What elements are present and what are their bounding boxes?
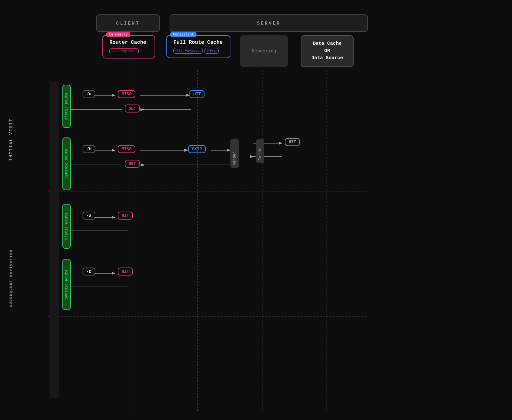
- data-cache-label: Data Cache OR Data Source: [311, 40, 343, 62]
- server-header-box: SERVER: [170, 14, 368, 32]
- server-label: SERVER: [257, 21, 281, 26]
- client-label: CLIENT: [116, 21, 140, 26]
- router-cache-title: Router Cache: [109, 40, 148, 45]
- data-cache-box: Data Cache OR Data Source: [301, 35, 354, 67]
- rendering-label: Rendering: [252, 49, 276, 54]
- static-route-path: /a: [83, 91, 95, 97]
- router-cache-payload: RSC Payload: [109, 48, 139, 54]
- rendering-box: Rendering: [240, 35, 288, 67]
- static-route-set: SET: [125, 105, 140, 111]
- router-cache-tag: In-memory: [106, 32, 130, 37]
- dynamic-route-badge-initial: Dynamic Route: [62, 137, 80, 190]
- dynamic-route-miss: MISS: [118, 146, 135, 152]
- render-badge: Render: [230, 139, 239, 168]
- static-route-badge-initial: Static Route: [62, 85, 80, 128]
- full-route-rsc-badge: RSC Payload: [173, 48, 203, 54]
- static-route-miss: MISS: [118, 91, 135, 97]
- full-route-cache-box: Persistent Full Route Cache RSC Payload …: [166, 35, 230, 58]
- full-route-cache-title: Full Route Cache: [173, 40, 223, 45]
- static-route-hit: HIT: [189, 91, 204, 97]
- subsequent-nav-section-bar: [50, 200, 59, 398]
- initial-visit-label: INITIAL VISIT: [9, 118, 13, 161]
- subsequent-dynamic-hit: HIT: [118, 268, 133, 274]
- dynamic-route-badge-subsequent: Dynamic Route: [62, 259, 80, 310]
- router-cache-box: In-memory Router Cache RSC Payload: [102, 35, 155, 58]
- full-route-html-badge: HTML: [204, 48, 219, 54]
- fetch-badge: Fetch: [256, 139, 264, 163]
- dynamic-route-path: /b: [83, 146, 95, 152]
- subsequent-nav-label: SUBSEQUENT NAVIGATION: [9, 249, 13, 307]
- client-header-box: CLIENT: [96, 14, 160, 32]
- subsequent-dynamic-path: /b: [83, 268, 95, 274]
- dynamic-route-data-hit: HIT: [285, 139, 300, 145]
- dynamic-route-set: SET: [125, 161, 140, 167]
- dynamic-route-skip: SKIP: [188, 146, 206, 152]
- static-route-badge-subsequent: Static Route: [62, 204, 80, 249]
- subsequent-static-hit: HIT: [118, 213, 133, 218]
- subsequent-static-path: /a: [83, 213, 95, 218]
- diagram-container: MISS --> HIT --> MISS --> SKIP --> Rende…: [0, 0, 512, 420]
- full-route-cache-tag: Persistent: [170, 32, 196, 37]
